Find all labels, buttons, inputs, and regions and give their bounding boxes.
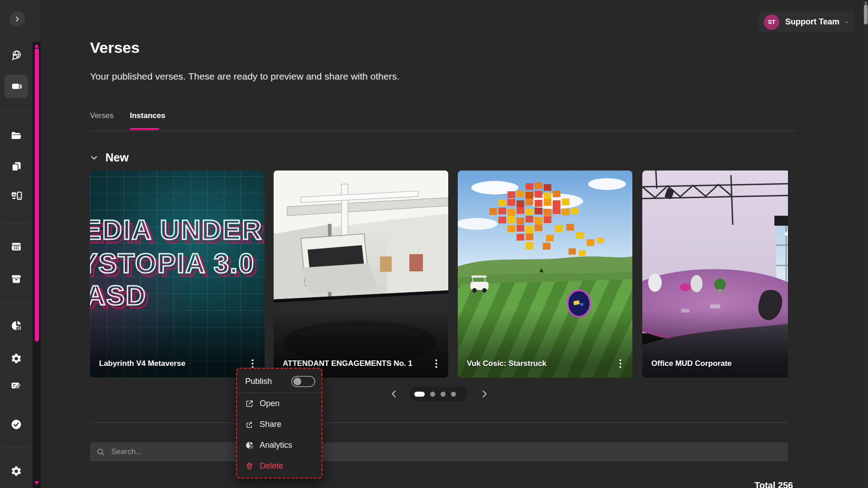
- tabs-divider: [90, 131, 797, 131]
- publish-label: Publish: [245, 377, 272, 386]
- copy-icon: [10, 161, 22, 172]
- verse-card-labyrinth[interactable]: EDIA UNDER YSTOPIA 3.0 ASD Labyrinth V4 …: [90, 171, 265, 378]
- page-subtitle: Your published verses. These are ready t…: [90, 71, 399, 82]
- devices-icon: [10, 190, 22, 202]
- sidebar-item-copies[interactable]: [10, 161, 22, 172]
- chevron-left-icon: [389, 389, 399, 399]
- archive-icon: [10, 273, 22, 285]
- sidebar-item-signature[interactable]: [10, 379, 22, 391]
- globe-search-icon: [10, 49, 22, 61]
- open-external-icon: [245, 399, 254, 408]
- sidebar-expand-button[interactable]: [9, 11, 25, 27]
- sidebar-item-verses[interactable]: [10, 81, 22, 92]
- sidebar-divider: [2, 302, 31, 303]
- tab-verses[interactable]: Verses: [90, 111, 114, 120]
- section-collapse-chevron-icon[interactable]: [89, 153, 99, 163]
- sidebar-item-explore[interactable]: [10, 49, 22, 61]
- sidebar-divider: [2, 111, 31, 111]
- sidebar-divider: [2, 447, 31, 447]
- analytics-pie-icon: [10, 320, 22, 332]
- menu-item-label: Open: [260, 399, 280, 408]
- scrollbar-up-arrow-icon[interactable]: [864, 1, 867, 4]
- menu-item-label: Analytics: [260, 441, 292, 450]
- sidebar: [0, 0, 33, 488]
- gear-icon: [10, 353, 22, 365]
- app-window: ST Support Team Verses Your published ve…: [0, 0, 868, 488]
- card-menu-kebab-icon[interactable]: [614, 358, 626, 370]
- check-circle-icon: [10, 418, 22, 431]
- folder-icon: [10, 130, 22, 142]
- sidebar-scrollbar[interactable]: [33, 0, 41, 488]
- toggle-knob: [294, 378, 301, 385]
- carousel-dot-1[interactable]: [414, 392, 425, 397]
- account-menu-button[interactable]: ST Support Team: [759, 11, 854, 33]
- sidebar-item-settings[interactable]: [10, 353, 22, 365]
- tab-instances[interactable]: Instances: [130, 111, 165, 120]
- calendar-icon: [10, 241, 22, 252]
- card-title: Office MUD Corporate: [651, 358, 788, 370]
- sidebar-item-archive[interactable]: [10, 273, 22, 285]
- section-title: New: [105, 151, 128, 164]
- cards-carousel: EDIA UNDER YSTOPIA 3.0 ASD Labyrinth V4 …: [90, 171, 788, 378]
- carousel-dot-4[interactable]: [451, 392, 456, 397]
- chevron-right-icon: [14, 15, 21, 23]
- menu-item-label: Share: [260, 420, 281, 429]
- sidebar-item-files[interactable]: [10, 130, 22, 142]
- menu-item-share[interactable]: Share: [237, 414, 322, 435]
- signature-icon: [10, 379, 22, 391]
- account-name: Support Team: [785, 17, 840, 27]
- avatar: ST: [764, 14, 779, 30]
- scrollbar-up-arrow-icon[interactable]: [34, 44, 39, 47]
- analytics-pie-icon: [245, 441, 254, 450]
- carousel-dot-3[interactable]: [441, 392, 446, 397]
- verse-card-starstruck[interactable]: Vuk Cosic: Starstruck: [458, 171, 632, 378]
- chevron-down-icon: [844, 18, 849, 26]
- verse-card-office[interactable]: Office MUD Corporate: [642, 171, 788, 378]
- publish-row: Publish: [237, 370, 322, 393]
- carousel-dots: [409, 387, 467, 401]
- menu-item-analytics[interactable]: Analytics: [237, 435, 322, 455]
- thumbnail-art-text: YSTOPIA 3.0: [90, 247, 255, 279]
- sidebar-item-analytics[interactable]: [10, 320, 22, 332]
- thumbnail-art-text: EDIA UNDER: [90, 214, 262, 246]
- scrollbar-thumb[interactable]: [864, 5, 868, 24]
- carousel-dot-2[interactable]: [430, 392, 435, 397]
- card-menu-kebab-icon[interactable]: [430, 358, 442, 370]
- carousel-prev-button[interactable]: [388, 388, 400, 400]
- page-title: Verses: [90, 39, 140, 57]
- menu-item-open[interactable]: Open: [237, 393, 322, 414]
- thumbnail-art-text: ASD: [90, 280, 147, 311]
- chevron-right-icon: [479, 389, 489, 399]
- total-count: Total 256: [754, 480, 793, 488]
- sidebar-item-tasks[interactable]: [10, 418, 22, 430]
- search-bar: [90, 442, 788, 461]
- scrollbar-down-arrow-icon[interactable]: [34, 481, 39, 485]
- layers-icon: [10, 81, 22, 92]
- menu-item-label: Delete: [260, 461, 283, 471]
- verse-card-attendant[interactable]: ATTENDANT ENGAGEMENTS No. 1: [274, 171, 448, 378]
- scrollbar-thumb[interactable]: [35, 48, 39, 341]
- card-title: Labyrinth V4 Metaverse: [99, 358, 247, 370]
- publish-toggle[interactable]: [291, 376, 315, 387]
- sidebar-item-calendar[interactable]: [10, 241, 22, 252]
- sidebar-item-admin-settings[interactable]: [10, 465, 22, 477]
- search-input[interactable]: [110, 447, 782, 457]
- menu-item-delete[interactable]: Delete: [237, 455, 322, 476]
- gear-icon: [10, 465, 22, 477]
- sidebar-divider: [2, 223, 31, 223]
- search-icon: [96, 448, 105, 456]
- section-divider: [90, 422, 788, 423]
- share-icon: [245, 420, 254, 429]
- trash-icon: [245, 462, 254, 470]
- carousel-next-button[interactable]: [479, 388, 490, 400]
- card-context-menu: Publish Open Share: [236, 368, 323, 479]
- card-title: Vuk Cosic: Starstruck: [467, 358, 614, 370]
- active-tab-underline: [130, 128, 159, 130]
- sidebar-item-devices[interactable]: [10, 190, 22, 202]
- page-scrollbar[interactable]: [863, 0, 868, 488]
